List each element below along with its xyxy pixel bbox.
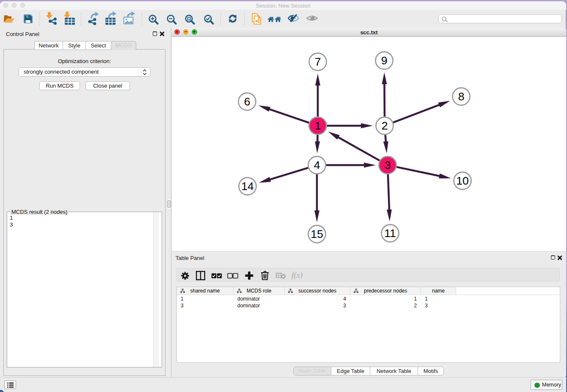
svg-text:11: 11 — [384, 227, 396, 240]
svg-text:3: 3 — [385, 159, 391, 171]
svg-text:15: 15 — [311, 228, 323, 240]
svg-text:7: 7 — [315, 55, 321, 68]
svg-text:10: 10 — [456, 174, 468, 187]
svg-text:2: 2 — [382, 119, 388, 132]
svg-text:8: 8 — [458, 90, 465, 103]
svg-text:1: 1 — [315, 119, 321, 132]
svg-text:4: 4 — [314, 159, 320, 171]
svg-text:9: 9 — [381, 54, 388, 67]
svg-text:6: 6 — [244, 95, 250, 108]
svg-text:14: 14 — [241, 180, 253, 193]
